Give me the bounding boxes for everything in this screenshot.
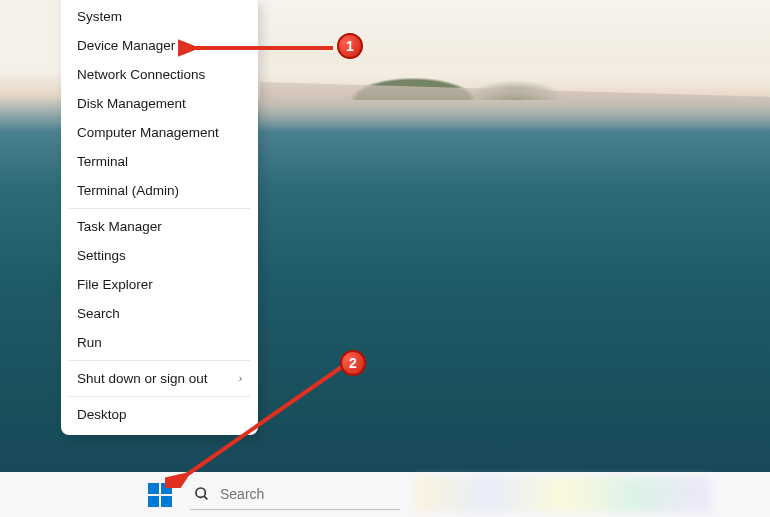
menu-item-disk-management[interactable]: Disk Management	[61, 89, 258, 118]
windows-logo-tile	[161, 496, 172, 507]
menu-item-label: Shut down or sign out	[77, 371, 208, 386]
windows-logo-tile	[161, 483, 172, 494]
menu-divider	[69, 396, 250, 397]
menu-item-system[interactable]: System	[61, 2, 258, 31]
menu-item-label: Settings	[77, 248, 126, 263]
menu-item-desktop[interactable]: Desktop	[61, 400, 258, 429]
menu-item-label: Terminal (Admin)	[77, 183, 179, 198]
menu-item-run[interactable]: Run	[61, 328, 258, 357]
search-icon	[194, 486, 210, 502]
menu-item-label: System	[77, 9, 122, 24]
annotation-badge-label: 1	[346, 38, 354, 54]
windows-logo-tile	[148, 496, 159, 507]
menu-item-network-connections[interactable]: Network Connections	[61, 60, 258, 89]
menu-item-terminal[interactable]: Terminal	[61, 147, 258, 176]
windows-logo-tile	[148, 483, 159, 494]
taskbar-blur-area	[415, 477, 710, 512]
menu-item-label: Desktop	[77, 407, 127, 422]
chevron-right-icon: ›	[239, 373, 242, 384]
menu-item-settings[interactable]: Settings	[61, 241, 258, 270]
annotation-badge-label: 2	[349, 355, 357, 371]
menu-item-terminal-admin[interactable]: Terminal (Admin)	[61, 176, 258, 205]
taskbar	[0, 472, 770, 517]
annotation-badge-2: 2	[340, 350, 366, 376]
menu-item-label: Terminal	[77, 154, 128, 169]
menu-item-label: Device Manager	[77, 38, 175, 53]
start-button[interactable]	[148, 483, 172, 507]
menu-item-label: File Explorer	[77, 277, 153, 292]
menu-divider	[69, 208, 250, 209]
menu-item-label: Search	[77, 306, 120, 321]
svg-line-5	[204, 496, 207, 499]
annotation-badge-1: 1	[337, 33, 363, 59]
menu-item-label: Disk Management	[77, 96, 186, 111]
menu-divider	[69, 360, 250, 361]
menu-item-task-manager[interactable]: Task Manager	[61, 212, 258, 241]
menu-item-file-explorer[interactable]: File Explorer	[61, 270, 258, 299]
svg-point-4	[196, 488, 205, 497]
menu-item-label: Run	[77, 335, 102, 350]
menu-item-search[interactable]: Search	[61, 299, 258, 328]
search-input[interactable]	[220, 486, 396, 502]
desktop-wallpaper: System Device Manager Network Connection…	[0, 0, 770, 472]
menu-item-shutdown-signout[interactable]: Shut down or sign out ›	[61, 364, 258, 393]
menu-item-computer-management[interactable]: Computer Management	[61, 118, 258, 147]
menu-item-label: Network Connections	[77, 67, 205, 82]
menu-item-label: Computer Management	[77, 125, 219, 140]
search-box[interactable]	[190, 480, 400, 510]
winx-context-menu: System Device Manager Network Connection…	[61, 0, 258, 435]
taskbar-left	[0, 480, 400, 510]
menu-item-label: Task Manager	[77, 219, 162, 234]
menu-item-device-manager[interactable]: Device Manager	[61, 31, 258, 60]
